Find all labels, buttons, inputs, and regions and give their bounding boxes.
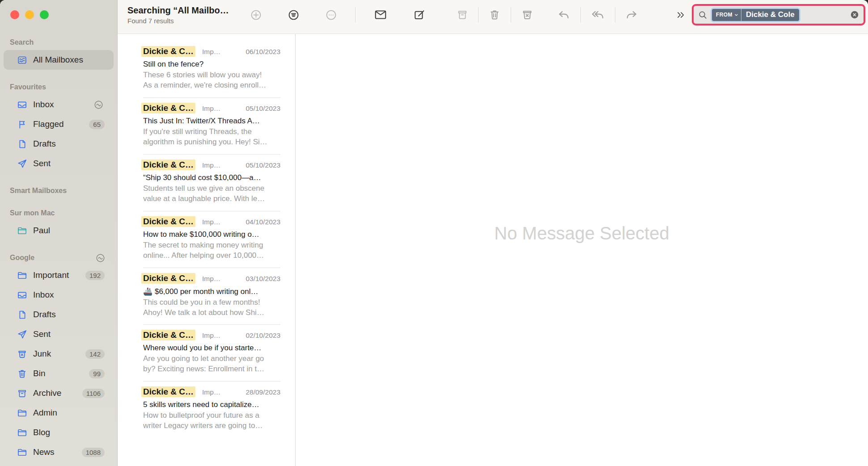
sidebar-item-junk[interactable]: Junk142 — [4, 344, 114, 364]
email-label: Imp… — [202, 105, 220, 113]
list-item[interactable]: Dickie & C…Imp…04/10/2023How to make $10… — [118, 211, 295, 268]
sent-icon — [17, 159, 27, 169]
sidebar-item-inbox[interactable]: Inbox — [4, 95, 114, 114]
sidebar-item-all-mailboxes[interactable]: All Mailboxes — [4, 50, 114, 70]
drafts-icon — [17, 139, 27, 149]
zoom-window-button[interactable] — [40, 10, 49, 19]
archive-icon — [17, 388, 27, 399]
compose-button[interactable] — [410, 6, 428, 24]
email-sender: Dickie & C… — [141, 216, 195, 227]
list-item[interactable]: Dickie & C…Imp…05/10/2023This Just In: T… — [118, 97, 295, 154]
activity-icon[interactable] — [95, 253, 106, 263]
email-preview: If you're still writing Threads, thealgo… — [143, 127, 280, 147]
sidebar-item-sent[interactable]: Sent — [4, 154, 114, 173]
folder-icon — [17, 226, 27, 236]
toolbar-divider — [580, 7, 581, 23]
email-date: 05/10/2023 — [246, 105, 280, 113]
list-item[interactable]: Dickie & C…Imp…05/10/2023“Ship 30 should… — [118, 154, 295, 211]
email-label: Imp… — [202, 332, 220, 340]
junk-button[interactable] — [518, 6, 536, 24]
results-count: Found 7 results — [127, 17, 229, 25]
email-sender: Dickie & C… — [141, 160, 195, 170]
mark-unread-button[interactable] — [372, 6, 390, 24]
email-label: Imp… — [202, 388, 220, 396]
reply-button[interactable] — [555, 6, 572, 24]
filter-button[interactable] — [284, 6, 302, 24]
close-window-button[interactable] — [10, 10, 19, 19]
activity-icon[interactable] — [93, 100, 104, 110]
sidebar-item-label: Flagged — [33, 119, 64, 129]
sidebar-item-label: News — [33, 447, 55, 457]
unread-count-badge: 192 — [85, 271, 105, 280]
sidebar-item-flagged[interactable]: Flagged65 — [4, 114, 114, 134]
sidebar-item-archive[interactable]: Archive1106 — [4, 383, 114, 403]
search-field[interactable]: FROM Dickie & Cole — [692, 4, 865, 25]
sidebar-item-drafts[interactable]: Drafts — [4, 134, 114, 154]
email-date: 02/10/2023 — [246, 332, 280, 340]
list-item[interactable]: Dickie & C…Imp…06/10/2023Still on the fe… — [118, 41, 295, 97]
inbox-icon — [17, 290, 27, 300]
search-icon — [698, 10, 707, 20]
window-controls — [10, 10, 49, 19]
minimize-window-button[interactable] — [25, 10, 34, 19]
double-chevron-right-icon — [676, 10, 686, 20]
list-item[interactable]: Dickie & C…Imp…28/09/20235 skills writer… — [118, 381, 295, 438]
sidebar-item-bin[interactable]: Bin99 — [4, 364, 114, 383]
list-item[interactable]: Dickie & C…Imp…02/10/2023Where would you… — [118, 324, 295, 381]
sidebar-item-label: Sent — [33, 159, 51, 168]
sidebar-item-label: Inbox — [33, 290, 54, 300]
sidebar-item-important[interactable]: Important192 — [4, 265, 114, 285]
email-subject: “Ship 30 should cost $10,000—a… — [143, 173, 280, 182]
message-pane: No Message Selected — [296, 34, 868, 466]
email-preview: How to bulletproof your future as awrite… — [143, 411, 280, 431]
sidebar-section-header: Google — [0, 253, 117, 263]
delete-button[interactable] — [486, 6, 504, 24]
email-subject: How to make $100,000 writing o… — [143, 230, 280, 239]
sidebar-item-blog[interactable]: Blog — [4, 423, 114, 442]
forward-button[interactable] — [623, 6, 641, 24]
reply-all-icon — [591, 8, 605, 21]
clear-search-button[interactable] — [850, 10, 860, 20]
email-subject: Where would you be if you starte… — [143, 344, 280, 353]
ellipsis-circle-icon — [325, 9, 337, 21]
email-sender: Dickie & C… — [141, 273, 195, 284]
toolbar-divider — [478, 7, 478, 23]
sidebar-section-label: Smart Mailboxes — [10, 187, 67, 195]
unread-count-badge: 65 — [89, 120, 105, 129]
trash-icon — [488, 8, 501, 21]
sidebar-item-label: Drafts — [33, 310, 56, 319]
folder-icon — [17, 428, 27, 438]
email-date: 28/09/2023 — [246, 388, 280, 396]
sidebar-item-label: Important — [33, 270, 69, 280]
email-subject: 🚢 $6,000 per month writing onl… — [143, 287, 280, 296]
search-scope-dropdown[interactable]: FROM — [712, 9, 741, 21]
sidebar-item-label: Inbox — [33, 100, 54, 109]
sidebar-item-inbox[interactable]: Inbox — [4, 285, 114, 305]
overflow-button[interactable] — [672, 6, 690, 24]
email-sender: Dickie & C… — [141, 46, 195, 57]
email-preview: These 6 stories will blow you away!As a … — [143, 70, 280, 90]
reply-all-button[interactable] — [589, 6, 607, 24]
email-preview: Are you going to let another year goby? … — [143, 354, 280, 374]
sidebar-item-news[interactable]: News1088 — [4, 442, 114, 462]
unread-count-badge: 142 — [85, 349, 105, 359]
email-label: Imp… — [202, 275, 220, 283]
drafts-icon — [17, 310, 27, 320]
sidebar-item-sent[interactable]: Sent — [4, 324, 114, 344]
sidebar-item-paul[interactable]: Paul — [4, 221, 114, 240]
sidebar-item-drafts[interactable]: Drafts — [4, 305, 114, 324]
sidebar-section-label: Search — [10, 38, 34, 46]
flag-icon — [17, 119, 27, 130]
email-meta-row: Dickie & C…Imp…02/10/2023 — [143, 330, 280, 340]
list-item[interactable]: Dickie & C…Imp…03/10/2023🚢 $6,000 per mo… — [118, 268, 295, 324]
unread-count-badge: 1088 — [82, 448, 105, 457]
email-subject: Still on the fence? — [143, 60, 280, 69]
folder-icon — [17, 408, 27, 418]
search-token[interactable]: FROM Dickie & Cole — [712, 9, 799, 21]
search-query-text[interactable]: Dickie & Cole — [741, 9, 799, 21]
window-title-block: Searching “All Mailbo… Found 7 results — [127, 5, 229, 25]
junk-bin-icon — [521, 8, 534, 21]
sidebar-item-admin[interactable]: Admin — [4, 403, 114, 423]
junk-icon — [17, 349, 27, 359]
toolbar-divider — [615, 7, 615, 23]
